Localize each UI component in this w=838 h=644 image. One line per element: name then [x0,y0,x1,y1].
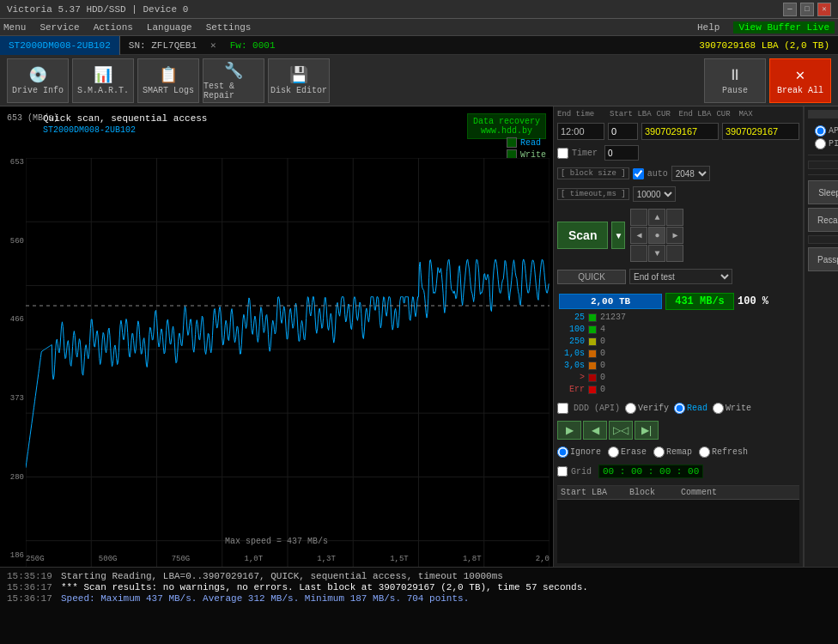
scan-dropdown-button[interactable]: ▼ [611,222,625,249]
stat-row-25: 25 21237 [559,313,798,322]
y-label-560: 560 [2,237,24,246]
ignore-radio[interactable] [557,447,568,458]
data-recovery-text1: Data recovery [473,117,540,126]
api-radio[interactable] [815,125,826,137]
speed-badge: 431 MB/s [665,293,734,310]
scan-section: Scan ▼ [557,222,625,249]
end-time-input[interactable] [557,123,604,140]
smart-button[interactable]: 📊 S.M.A.R.T. [72,58,134,103]
timer-input[interactable] [604,145,639,161]
fw-label: Fw: [230,40,247,51]
view-buffer-button[interactable]: View Buffer Live [733,21,835,33]
disk-editor-button[interactable]: 💾 Disk Editor [268,58,330,103]
data-recovery-text2: www.hdd.by [473,126,540,136]
timeout-select[interactable]: 10000 5000 30000 [633,186,676,202]
step-button[interactable]: ▷◁ [609,421,633,440]
x-axis-labels: 250G 500G 750G 1,0T 1,3T 1,5T 1,8T 2,0 [26,555,550,563]
test-repair-button[interactable]: 🔧 Test & Repair [203,58,264,103]
pio-label: PIO [829,139,838,149]
log-time-2: 15:36:17 [7,582,54,592]
ddd-api-checkbox[interactable] [557,403,568,414]
x-label-20: 2,0 [536,555,550,563]
grid-label: Grid [571,467,592,477]
progress-section: 2,00 TB 431 MB/s 100 % [559,293,798,310]
write-radio[interactable] [713,403,724,414]
read-checkbox[interactable] [507,137,517,148]
sleep-button[interactable]: Sleep [808,180,838,204]
break-all-button[interactable]: ✕ Break All [769,58,831,103]
menu-item-menu[interactable]: Menu [3,22,26,33]
stat-bar-1s [588,349,597,358]
maximize-button[interactable]: □ [800,3,814,16]
options-row: Ignore Erase Remap Refresh [557,447,799,458]
drive-info-label: Drive Info [12,86,64,95]
refresh-label: Refresh [712,447,748,457]
sidebar-indicator-bottom [808,235,838,244]
end-of-test-select[interactable]: End of test Ignore errors Stop on error … [629,269,732,284]
stat-label-250: 250 [559,337,585,346]
end-lba-cur-input[interactable] [641,123,719,140]
arrow-left[interactable]: ◀ [630,227,647,244]
stat-label-100: 100 [559,325,585,334]
grid-checkbox[interactable] [557,466,568,477]
menu-item-language[interactable]: Language [147,22,192,33]
sidebar-separator-1 [808,155,838,155]
sn-label: SN: [129,40,146,51]
arrow-right[interactable]: ▶ [666,227,683,244]
minimize-button[interactable]: ─ [783,3,797,16]
end-lba-max-input[interactable] [722,123,799,140]
arrow-downright[interactable] [666,245,683,262]
direction-arrows: ▲ ◀ ● ▶ ▼ [630,209,683,262]
arrow-center[interactable]: ● [648,227,665,244]
read-radio[interactable] [674,403,685,414]
play-button[interactable]: ▶ [557,421,581,440]
api-radio-label: API [815,125,838,137]
auto-checkbox[interactable] [633,168,644,179]
arrow-upleft[interactable] [630,209,647,226]
menu-item-actions[interactable]: Actions [94,22,133,33]
refresh-radio-label: Refresh [699,447,748,458]
menu-item-service[interactable]: Service [39,22,79,33]
arrow-upright[interactable] [666,209,683,226]
passp-button[interactable]: Passp [808,247,838,271]
menu-item-help[interactable]: Help [697,22,720,33]
block-size-select[interactable]: 2048 512 4096 [671,166,710,181]
remap-label: Remap [666,447,692,457]
arrow-down[interactable]: ▼ [648,245,665,262]
block-size-label: block size [570,169,616,178]
drive-tab[interactable]: ST2000DM008-2UB102 [0,36,120,55]
verify-radio-label: Verify [625,403,669,414]
timer-checkbox[interactable] [557,148,568,159]
drive-info-button[interactable]: 💿 Drive Info [7,58,69,103]
sidebar-indicator-mid [808,161,838,169]
verify-radio[interactable] [625,403,636,414]
quick-button[interactable]: QUICK [557,270,626,284]
remap-radio[interactable] [653,447,665,458]
arrow-up[interactable]: ▲ [648,209,665,226]
pause-button[interactable]: ⏸ Pause [704,58,766,103]
close-button[interactable]: ✕ [817,3,831,16]
log-time-1: 15:35:19 [7,571,54,581]
arrow-downleft[interactable] [630,245,647,262]
erase-radio-label: Erase [608,447,647,458]
graph-title: Quick scan, sequential access [43,113,207,124]
y-label-186: 186 [2,551,24,560]
drive-close-button[interactable]: ✕ [205,39,222,51]
scan-button[interactable]: Scan [557,222,608,249]
refresh-radio[interactable] [699,447,710,458]
erase-radio[interactable] [608,447,619,458]
rewind-button[interactable]: ◀ [583,421,607,440]
start-lba-cur-input[interactable] [608,123,638,140]
stat-label-err: Err [559,385,585,394]
menu-item-settings[interactable]: Settings [206,22,252,33]
pause-icon: ⏸ [727,66,743,84]
x-label-13t: 1,3T [317,555,336,563]
end-button[interactable]: ▶| [635,421,659,440]
smart-logs-button[interactable]: 📋 SMART Logs [137,58,199,103]
recall-button[interactable]: Recall [808,208,838,232]
stat-row-250: 250 0 [559,337,798,346]
pio-radio[interactable] [815,138,826,149]
log-time-3: 15:36:17 [7,593,54,604]
stat-bar-25 [588,313,597,322]
stat-count-gt: 0 [600,373,605,382]
